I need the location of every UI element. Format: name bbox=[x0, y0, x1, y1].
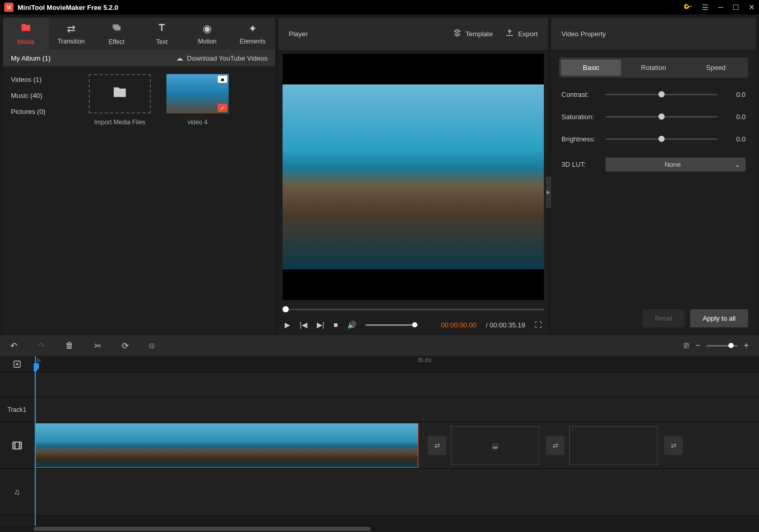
current-time: 00:00:00.00 bbox=[441, 321, 476, 329]
zoom-slider[interactable] bbox=[707, 345, 738, 347]
fullscreen-button[interactable]: ⛶ bbox=[535, 321, 542, 329]
property-panel: ▶ Video Property Basic Rotation Speed Co… bbox=[551, 18, 756, 335]
undo-button[interactable]: ↶ bbox=[10, 341, 17, 351]
audio-track-icon[interactable]: ♫ bbox=[0, 469, 34, 515]
stop-button[interactable]: ■ bbox=[333, 321, 338, 329]
prev-frame-button[interactable]: |◀ bbox=[300, 321, 307, 329]
main-tabs: Media ⇄ Transition Effect Text ◉ Motion bbox=[3, 18, 275, 50]
overlay-track[interactable] bbox=[34, 372, 759, 397]
sidebar-item-pictures[interactable]: Pictures (0) bbox=[3, 104, 81, 120]
tab-motion[interactable]: ◉ Motion bbox=[185, 18, 230, 50]
property-header: Video Property bbox=[551, 18, 756, 50]
media-panel: Media ⇄ Transition Effect Text ◉ Motion bbox=[3, 18, 275, 335]
scrub-handle[interactable] bbox=[283, 306, 289, 312]
speed-button[interactable]: ⟳ bbox=[122, 341, 129, 351]
scrollbar-thumb[interactable] bbox=[34, 527, 371, 531]
brightness-slider[interactable] bbox=[606, 138, 717, 140]
clip-placeholder[interactable] bbox=[569, 426, 657, 465]
delete-button[interactable]: 🗑 bbox=[65, 341, 74, 350]
collapse-panel-button[interactable]: ▶ bbox=[546, 177, 551, 208]
redo-button[interactable]: ↷ bbox=[38, 341, 45, 351]
apply-all-button[interactable]: Apply to all bbox=[690, 309, 748, 327]
tab-transition[interactable]: ⇄ Transition bbox=[49, 18, 94, 50]
crop-button[interactable]: ⟃ bbox=[149, 341, 154, 350]
sidebar-item-videos[interactable]: Videos (1) bbox=[3, 71, 81, 88]
player-header: Player Template Export bbox=[278, 18, 548, 50]
transition-slot-icon[interactable]: ⇄ bbox=[428, 436, 446, 455]
export-button[interactable]: Export bbox=[505, 29, 538, 39]
fit-zoom-button[interactable]: ⎚ bbox=[684, 341, 689, 350]
import-label: Import Media Files bbox=[94, 119, 146, 126]
lut-row: 3D LUT: None ⌄ bbox=[561, 157, 746, 171]
prop-tab-speed[interactable]: Speed bbox=[686, 60, 746, 76]
template-label: Template bbox=[466, 30, 493, 38]
video-clip[interactable] bbox=[35, 423, 418, 468]
tab-elements[interactable]: ✦ Elements bbox=[230, 18, 276, 50]
media-subheader: My Album (1) ☁ Download YouTube Videos bbox=[3, 50, 275, 66]
video-track-icon[interactable] bbox=[0, 422, 34, 469]
saturation-slider[interactable] bbox=[606, 116, 717, 118]
zoom-out-button[interactable]: − bbox=[695, 341, 700, 350]
layers-icon bbox=[111, 22, 122, 35]
app-logo-icon: M bbox=[4, 3, 13, 12]
clip-placeholder[interactable]: ⬓ bbox=[451, 426, 539, 465]
download-youtube-button[interactable]: ☁ Download YouTube Videos bbox=[176, 54, 268, 62]
chevron-down-icon: ⌄ bbox=[735, 161, 740, 168]
tab-effect[interactable]: Effect bbox=[94, 18, 139, 50]
audio-track[interactable] bbox=[34, 469, 759, 515]
text-icon bbox=[157, 22, 167, 35]
reset-button[interactable]: Reset bbox=[642, 309, 685, 327]
export-label: Export bbox=[518, 30, 538, 38]
timeline-scrollbar[interactable] bbox=[0, 526, 759, 532]
split-button[interactable]: ✂ bbox=[94, 341, 101, 351]
play-button[interactable]: ▶ bbox=[285, 321, 290, 329]
ruler-tick: 35.8s bbox=[417, 357, 431, 363]
lut-value: None bbox=[665, 161, 681, 168]
brightness-row: Brightness: 0.0 bbox=[561, 135, 746, 143]
brightness-value: 0.0 bbox=[725, 135, 746, 143]
volume-slider[interactable] bbox=[366, 324, 417, 326]
tab-label: Transition bbox=[58, 38, 85, 45]
video-preview[interactable] bbox=[283, 54, 544, 300]
timeline-tracks[interactable]: 0s 35.8s ⇄ ⬓ ⇄ ⇄ bbox=[34, 356, 759, 526]
clip-thumbnail[interactable]: ■ ✓ bbox=[166, 74, 229, 113]
volume-icon[interactable]: 🔊 bbox=[347, 321, 356, 329]
menu-icon[interactable]: ☰ bbox=[702, 3, 709, 11]
tab-label: Text bbox=[156, 38, 167, 46]
video-track[interactable]: ⇄ ⬓ ⇄ ⇄ bbox=[34, 422, 759, 469]
tab-text[interactable]: Text bbox=[139, 18, 185, 50]
playhead[interactable] bbox=[35, 356, 36, 526]
download-label: Download YouTube Videos bbox=[187, 54, 268, 62]
template-button[interactable]: Template bbox=[453, 29, 493, 39]
saturation-value: 0.0 bbox=[725, 113, 746, 121]
scrub-bar[interactable] bbox=[283, 304, 544, 314]
cloud-download-icon: ☁ bbox=[176, 54, 183, 62]
lut-select[interactable]: None ⌄ bbox=[606, 157, 746, 171]
tab-media[interactable]: Media bbox=[3, 18, 49, 50]
text-track[interactable] bbox=[34, 397, 759, 422]
maximize-icon[interactable]: ☐ bbox=[733, 3, 739, 11]
transition-slot-icon[interactable]: ⇄ bbox=[546, 436, 565, 455]
import-media-button[interactable]: Import Media Files bbox=[89, 74, 151, 126]
close-icon[interactable]: ✕ bbox=[749, 3, 755, 11]
next-frame-button[interactable]: ▶| bbox=[317, 321, 325, 329]
contrast-value: 0.0 bbox=[725, 91, 746, 98]
clip-label: video 4 bbox=[188, 119, 208, 126]
saturation-row: Saturation: 0.0 bbox=[561, 113, 746, 121]
prop-tab-rotation[interactable]: Rotation bbox=[623, 60, 683, 76]
folder-open-icon bbox=[113, 85, 127, 103]
license-key-icon[interactable] bbox=[684, 3, 693, 12]
media-clip-item[interactable]: ■ ✓ video 4 bbox=[166, 74, 229, 126]
album-label[interactable]: My Album (1) bbox=[11, 54, 51, 62]
track1-label[interactable]: Track1 bbox=[0, 397, 34, 422]
transition-slot-icon[interactable]: ⇄ bbox=[664, 436, 683, 455]
zoom-in-button[interactable]: + bbox=[744, 341, 749, 350]
add-track-button[interactable] bbox=[0, 356, 34, 372]
sidebar-item-music[interactable]: Music (40) bbox=[3, 88, 81, 104]
timeline-ruler[interactable]: 0s 35.8s bbox=[34, 356, 759, 372]
contrast-slider[interactable] bbox=[606, 94, 717, 95]
prop-tab-basic[interactable]: Basic bbox=[561, 60, 621, 76]
player-controls: ▶ |◀ ▶| ■ 🔊 00:00:00.00 / 00:00:35.19 ⛶ bbox=[278, 314, 548, 335]
minimize-icon[interactable]: ─ bbox=[718, 3, 723, 11]
tab-label: Effect bbox=[109, 38, 124, 46]
